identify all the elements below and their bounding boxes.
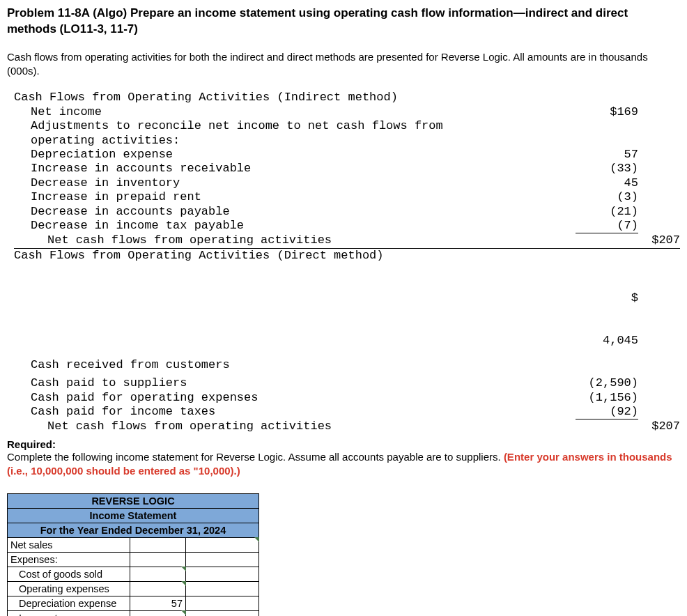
input-cell[interactable] (186, 582, 259, 596)
answer-table: REVERSE LOGIC Income Statement For the Y… (7, 493, 259, 616)
input-cell[interactable] (186, 611, 259, 616)
cash-received-value: $ 4,045 (576, 263, 638, 376)
input-cell[interactable] (130, 538, 186, 553)
row-cogs: Cost of goods sold (8, 567, 130, 582)
row-expenses: Expenses: (8, 553, 130, 567)
input-cell[interactable] (130, 611, 186, 616)
row-income-tax: Income tax expense (8, 611, 130, 616)
indirect-block: Cash Flows from Operating Activities (In… (14, 91, 680, 433)
input-cell[interactable] (130, 553, 186, 567)
problem-title: Problem 11-8A (Algo) Prepare an income s… (7, 6, 680, 38)
row-depreciation: Depreciation expense (8, 596, 130, 611)
answer-company: REVERSE LOGIC (8, 494, 259, 509)
direct-total-value: $207 (638, 419, 680, 433)
indirect-row-value: 45 (576, 176, 638, 190)
indirect-total-value: $207 (638, 233, 680, 248)
direct-row-label: Cash paid for operating expenses (14, 391, 576, 405)
indirect-row-value: (33) (576, 162, 638, 176)
cash-received-label: Cash received from customers (14, 354, 576, 376)
indirect-row-value: (21) (576, 205, 638, 219)
indirect-row-value: (3) (576, 190, 638, 204)
direct-row-value: (2,590) (576, 376, 638, 390)
indirect-row-label: Decrease in accounts payable (14, 205, 576, 219)
indirect-row-label: Increase in accounts receivable (14, 162, 576, 176)
direct-row-label: Cash paid to suppliers (14, 376, 576, 390)
row-opex: Operating expenses (8, 582, 130, 596)
indirect-row-value: 57 (576, 148, 638, 162)
indirect-row-label: Increase in prepaid rent (14, 190, 576, 204)
indirect-row-label: Depreciation expense (14, 148, 576, 162)
adjustments-label: Adjustments to reconcile net income to n… (14, 119, 502, 148)
indirect-row-label: Decrease in inventory (14, 176, 576, 190)
net-income-value: $169 (576, 105, 638, 119)
direct-row-label: Cash paid for income taxes (14, 405, 576, 419)
input-cell[interactable] (186, 553, 259, 567)
answer-period: For the Year Ended December 31, 2024 (8, 523, 259, 538)
indirect-total-label: Net cash flows from operating activities (14, 233, 576, 248)
answer-statement: Income Statement (8, 509, 259, 523)
input-cell[interactable] (130, 582, 186, 596)
direct-total-label: Net cash flows from operating activities (14, 419, 576, 433)
input-cell[interactable] (186, 596, 259, 611)
required-label: Required: (7, 438, 680, 450)
direct-row-value: (1,156) (576, 391, 638, 405)
input-cell[interactable] (130, 567, 186, 582)
row-net-sales: Net sales (8, 538, 130, 553)
required-section: Required: Complete the following income … (7, 438, 680, 479)
input-cell[interactable] (186, 538, 259, 553)
dep-value-cell[interactable]: 57 (130, 596, 186, 611)
input-cell[interactable] (186, 567, 259, 582)
indirect-row-label: Decrease in income tax payable (14, 219, 576, 233)
direct-row-value: (92) (576, 405, 638, 419)
required-text: Complete the following income statement … (7, 451, 504, 463)
indirect-row-value: (7) (576, 219, 638, 233)
direct-heading: Cash Flows from Operating Activities (Di… (14, 249, 576, 263)
intro-text: Cash flows from operating activities for… (7, 50, 680, 79)
indirect-heading: Cash Flows from Operating Activities (In… (14, 91, 576, 105)
net-income-label: Net income (14, 105, 576, 119)
